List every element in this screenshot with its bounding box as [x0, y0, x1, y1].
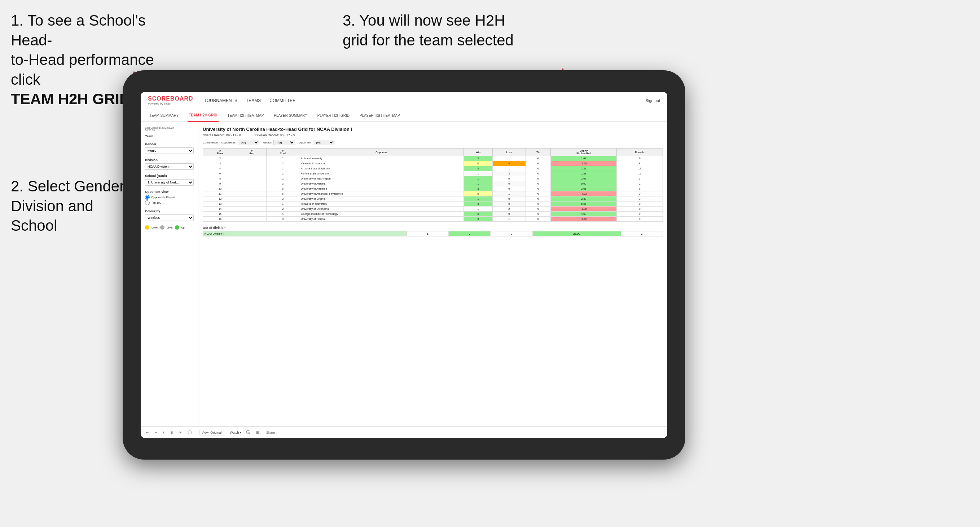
sub-nav: TEAM SUMMARY TEAM H2H GRID TEAM H2H HEAT… [141, 109, 667, 122]
cell-rounds: 9 [617, 156, 663, 161]
col-rounds: Rounds [617, 149, 663, 156]
watch-button[interactable]: Watch ▾ [230, 431, 242, 434]
cell-loss: 0 [492, 211, 525, 217]
cell-win: 2 [464, 156, 492, 161]
table-row: 15 4 Georgia Institute of Technology 6 0… [203, 211, 663, 217]
cell-tie: 0 [526, 176, 551, 181]
cell-rounds: 2 [617, 181, 663, 186]
cell-rounds: 9 [617, 202, 663, 206]
cell-loss: 0 [492, 197, 525, 202]
cell-win: 6 [464, 211, 492, 217]
table-row: NCAA Division II 1 0 0 26.00 3 [203, 232, 663, 237]
team-label: Team [145, 135, 194, 138]
sidebar-school-section: School (Rank) 1. University of Nort... [145, 174, 194, 186]
redo-button[interactable]: ↪ [153, 430, 159, 435]
tab-team-summary[interactable]: TEAM SUMMARY [148, 109, 180, 122]
tab-team-h2h-grid[interactable]: TEAM H2H GRID [188, 109, 219, 122]
cell-conf: 2 [267, 176, 299, 181]
col-tie: Tie [526, 149, 551, 156]
legend-down-dot [145, 225, 150, 230]
cell-rank: 16 [203, 217, 237, 222]
tab-player-h2h-grid[interactable]: PLAYER H2H GRID [316, 109, 351, 122]
nav-teams[interactable]: TEAMS [246, 97, 261, 105]
cell-diff: 1.83 [551, 171, 617, 176]
data-table: #Rank #Reg #Conf Opponent Win Loss Tie D… [203, 148, 663, 222]
cell-rank: 11 [203, 191, 237, 197]
tablet-device: SCOREBOARD Powered by clippi TOURNAMENTS… [123, 70, 685, 460]
school-label: School (Rank) [145, 174, 194, 178]
out-div-table: NCAA Division II 1 0 0 26.00 3 [203, 231, 663, 237]
tab-team-h2h-heatmap[interactable]: TEAM H2H HEATMAP [226, 109, 265, 122]
cell-win: 3 [464, 202, 492, 206]
table-row: 6 2 Florida State University 1 2 0 1.83 … [203, 171, 663, 176]
cell-opponent: Arizona State University [299, 166, 464, 171]
cell-win: 1 [464, 181, 492, 186]
cell-win: 1 [464, 176, 492, 181]
share-button[interactable]: Share [266, 431, 275, 434]
layout-button[interactable]: ⊞ [255, 430, 261, 435]
filter-opponent-select[interactable]: (All) [313, 140, 334, 145]
cell-rank: 13 [203, 202, 237, 206]
tab-player-h2h-heatmap[interactable]: PLAYER H2H HEATMAP [358, 109, 401, 122]
out-div-win: 1 [407, 232, 448, 237]
cell-diff: 3.67 [551, 176, 617, 181]
cell-win: 3 [464, 186, 492, 191]
cell-loss: 1 [492, 166, 525, 171]
cell-opponent: University of Alabama [299, 186, 464, 191]
out-of-division: Out of division NCAA Division II 1 0 0 2… [203, 226, 663, 237]
filter-conference: Conference [203, 141, 218, 144]
records-row: Overall Record: 89 - 17 - 0 Division Rec… [203, 133, 663, 137]
radio-top100[interactable]: Top 100 [145, 200, 194, 205]
undo-button[interactable]: ↩ [144, 430, 150, 435]
back-button[interactable]: ⟨ [162, 430, 166, 435]
cut-button[interactable]: ✂ [177, 430, 183, 435]
cell-reg [237, 206, 267, 211]
cell-win: 1 [464, 206, 492, 211]
cell-conf: 2 [267, 171, 299, 176]
colour-by-select[interactable]: Win/loss [145, 214, 194, 221]
tab-player-summary[interactable]: PLAYER SUMMARY [272, 109, 309, 122]
overall-record: Overall Record: 89 - 17 - 0 [203, 133, 241, 137]
cell-diff: -4.33 [551, 191, 617, 197]
cell-reg [237, 176, 267, 181]
cell-diff: 1.67 [551, 156, 617, 161]
nav-items: TOURNAMENTS TEAMS COMMITTEE [204, 97, 646, 105]
cell-loss: 2 [492, 206, 525, 211]
cell-rank: 6 [203, 171, 237, 176]
table-row: 12 3 University of Virginia 1 0 0 2.33 3 [203, 197, 663, 202]
anno1-bold: TEAM H2H GRID [11, 90, 130, 108]
school-select[interactable]: 1. University of Nort... [145, 179, 194, 186]
cell-loss: 1 [492, 217, 525, 222]
sign-out-button[interactable]: Sign out [646, 98, 660, 103]
gender-select[interactable]: Men's [145, 148, 194, 154]
cell-rounds: 8 [617, 161, 663, 166]
division-label: Division [145, 158, 194, 162]
cell-conf: 1 [267, 156, 299, 161]
radio-opponents-input[interactable] [145, 195, 150, 200]
cell-conf: 1 [267, 202, 299, 206]
nav-tournaments[interactable]: TOURNAMENTS [204, 97, 237, 105]
cell-tie: 0 [526, 171, 551, 176]
cell-opponent: University of Arkansas, Fayetteville [299, 191, 464, 197]
bottom-toolbar: ↩ ↪ ⟨ ⊕ ✂ 🕐 View: Original Watch ▾ 💬 ⊞ S… [141, 427, 667, 438]
cell-win: 0 [464, 191, 492, 197]
last-updated: Last Updated: 27/03/2024 16:55:38 [145, 127, 194, 132]
content-area: Last Updated: 27/03/2024 16:55:38 Team G… [141, 122, 667, 427]
nav-committee[interactable]: COMMITTEE [269, 97, 295, 105]
division-select[interactable]: NCAA Division I [145, 163, 194, 170]
radio-top100-input[interactable] [145, 200, 150, 205]
cell-win: 1 [464, 171, 492, 176]
comment-button[interactable]: 💬 [245, 430, 252, 435]
view-original-button[interactable]: View: Original [199, 430, 224, 435]
cell-rank: 9 [203, 181, 237, 186]
add-button[interactable]: ⊕ [169, 430, 175, 435]
radio-opponents-played[interactable]: Opponents Played [145, 195, 194, 200]
table-row: 16 3 University of Florida 3 1 0 -6.42 9 [203, 217, 663, 222]
filter-region-label: Region [263, 141, 272, 144]
cell-tie: 0 [526, 206, 551, 211]
filter-opponents-select[interactable]: (All) [238, 140, 259, 145]
clock-button[interactable]: 🕐 [186, 430, 193, 435]
cell-loss: 1 [492, 191, 525, 197]
filter-region-select[interactable]: (All) [274, 140, 295, 145]
cell-rank: 3 [203, 161, 237, 166]
